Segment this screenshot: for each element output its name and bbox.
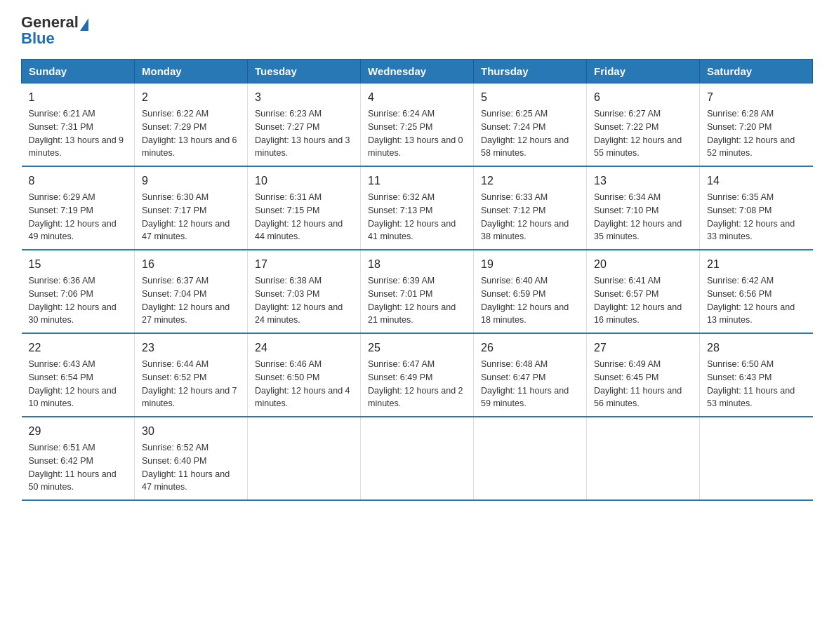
calendar-week-4: 22Sunrise: 6:43 AMSunset: 6:54 PMDayligh…: [22, 333, 813, 417]
day-info: Sunrise: 6:23 AMSunset: 7:27 PMDaylight:…: [255, 109, 350, 158]
header-tuesday: Tuesday: [248, 60, 361, 83]
calendar-cell: 5Sunrise: 6:25 AMSunset: 7:24 PMDaylight…: [474, 83, 587, 167]
calendar-table: SundayMondayTuesdayWednesdayThursdayFrid…: [21, 59, 813, 501]
calendar-cell: 21Sunrise: 6:42 AMSunset: 6:56 PMDayligh…: [700, 250, 813, 333]
day-number: 19: [481, 256, 579, 273]
calendar-cell: 23Sunrise: 6:44 AMSunset: 6:52 PMDayligh…: [135, 333, 248, 417]
calendar-cell: 6Sunrise: 6:27 AMSunset: 7:22 PMDaylight…: [587, 83, 700, 167]
calendar-cell: 20Sunrise: 6:41 AMSunset: 6:57 PMDayligh…: [587, 250, 700, 333]
day-number: 9: [142, 173, 240, 189]
day-number: 29: [29, 423, 128, 440]
day-info: Sunrise: 6:32 AMSunset: 7:13 PMDaylight:…: [368, 192, 456, 241]
day-info: Sunrise: 6:42 AMSunset: 6:56 PMDaylight:…: [707, 276, 795, 325]
day-info: Sunrise: 6:43 AMSunset: 6:54 PMDaylight:…: [29, 359, 117, 408]
day-number: 11: [368, 173, 466, 189]
page-header: General Blue: [21, 14, 813, 48]
day-number: 30: [142, 423, 240, 440]
calendar-cell: 28Sunrise: 6:50 AMSunset: 6:43 PMDayligh…: [700, 333, 813, 417]
header-friday: Friday: [587, 60, 700, 83]
calendar-cell: [587, 417, 700, 500]
day-info: Sunrise: 6:25 AMSunset: 7:24 PMDaylight:…: [481, 109, 569, 158]
day-info: Sunrise: 6:44 AMSunset: 6:52 PMDaylight:…: [142, 359, 237, 408]
day-number: 24: [255, 340, 353, 356]
calendar-week-3: 15Sunrise: 6:36 AMSunset: 7:06 PMDayligh…: [22, 250, 813, 333]
logo-wordmark: General: [21, 14, 88, 31]
day-info: Sunrise: 6:22 AMSunset: 7:29 PMDaylight:…: [142, 109, 237, 158]
header-monday: Monday: [135, 60, 248, 83]
calendar-cell: 17Sunrise: 6:38 AMSunset: 7:03 PMDayligh…: [248, 250, 361, 333]
day-info: Sunrise: 6:21 AMSunset: 7:31 PMDaylight:…: [29, 109, 124, 158]
calendar-cell: 4Sunrise: 6:24 AMSunset: 7:25 PMDaylight…: [361, 83, 474, 167]
day-info: Sunrise: 6:49 AMSunset: 6:45 PMDaylight:…: [594, 359, 682, 408]
day-number: 2: [142, 89, 240, 106]
day-number: 26: [481, 340, 579, 356]
day-info: Sunrise: 6:38 AMSunset: 7:03 PMDaylight:…: [255, 276, 343, 325]
calendar-cell: 22Sunrise: 6:43 AMSunset: 6:54 PMDayligh…: [22, 333, 135, 417]
logo-blue: Blue: [21, 29, 55, 47]
day-info: Sunrise: 6:52 AMSunset: 6:40 PMDaylight:…: [142, 443, 230, 492]
day-info: Sunrise: 6:48 AMSunset: 6:47 PMDaylight:…: [481, 359, 569, 408]
day-number: 14: [707, 173, 806, 189]
calendar-cell: [700, 417, 813, 500]
day-number: 28: [707, 340, 806, 356]
calendar-cell: 2Sunrise: 6:22 AMSunset: 7:29 PMDaylight…: [135, 83, 248, 167]
day-number: 7: [707, 89, 806, 106]
day-info: Sunrise: 6:41 AMSunset: 6:57 PMDaylight:…: [594, 276, 682, 325]
day-number: 8: [29, 173, 128, 189]
calendar-cell: 7Sunrise: 6:28 AMSunset: 7:20 PMDaylight…: [700, 83, 813, 167]
calendar-cell: 9Sunrise: 6:30 AMSunset: 7:17 PMDaylight…: [135, 166, 248, 250]
calendar-cell: 1Sunrise: 6:21 AMSunset: 7:31 PMDaylight…: [22, 83, 135, 167]
calendar-cell: [248, 417, 361, 500]
day-number: 1: [29, 89, 128, 106]
day-info: Sunrise: 6:31 AMSunset: 7:15 PMDaylight:…: [255, 192, 343, 241]
calendar-cell: 27Sunrise: 6:49 AMSunset: 6:45 PMDayligh…: [587, 333, 700, 417]
day-number: 18: [368, 256, 466, 273]
day-info: Sunrise: 6:30 AMSunset: 7:17 PMDaylight:…: [142, 192, 230, 241]
calendar-cell: 18Sunrise: 6:39 AMSunset: 7:01 PMDayligh…: [361, 250, 474, 333]
day-number: 27: [594, 340, 692, 356]
header-sunday: Sunday: [22, 60, 135, 83]
header-saturday: Saturday: [700, 60, 813, 83]
day-number: 4: [368, 89, 466, 106]
day-number: 25: [368, 340, 466, 356]
day-info: Sunrise: 6:34 AMSunset: 7:10 PMDaylight:…: [594, 192, 682, 241]
day-number: 6: [594, 89, 692, 106]
calendar-cell: 13Sunrise: 6:34 AMSunset: 7:10 PMDayligh…: [587, 166, 700, 250]
calendar-week-2: 8Sunrise: 6:29 AMSunset: 7:19 PMDaylight…: [22, 166, 813, 250]
day-number: 3: [255, 89, 353, 106]
day-number: 21: [707, 256, 806, 273]
day-info: Sunrise: 6:29 AMSunset: 7:19 PMDaylight:…: [29, 192, 117, 241]
calendar-cell: [474, 417, 587, 500]
day-number: 5: [481, 89, 579, 106]
calendar-cell: 16Sunrise: 6:37 AMSunset: 7:04 PMDayligh…: [135, 250, 248, 333]
day-info: Sunrise: 6:47 AMSunset: 6:49 PMDaylight:…: [368, 359, 463, 408]
calendar-cell: 14Sunrise: 6:35 AMSunset: 7:08 PMDayligh…: [700, 166, 813, 250]
calendar-cell: 11Sunrise: 6:32 AMSunset: 7:13 PMDayligh…: [361, 166, 474, 250]
calendar-cell: 24Sunrise: 6:46 AMSunset: 6:50 PMDayligh…: [248, 333, 361, 417]
header-wednesday: Wednesday: [361, 60, 474, 83]
calendar-cell: 15Sunrise: 6:36 AMSunset: 7:06 PMDayligh…: [22, 250, 135, 333]
calendar-cell: 26Sunrise: 6:48 AMSunset: 6:47 PMDayligh…: [474, 333, 587, 417]
day-info: Sunrise: 6:24 AMSunset: 7:25 PMDaylight:…: [368, 109, 463, 158]
day-number: 10: [255, 173, 353, 189]
day-number: 23: [142, 340, 240, 356]
day-number: 20: [594, 256, 692, 273]
day-info: Sunrise: 6:35 AMSunset: 7:08 PMDaylight:…: [707, 192, 795, 241]
day-number: 17: [255, 256, 353, 273]
day-number: 12: [481, 173, 579, 189]
calendar-week-5: 29Sunrise: 6:51 AMSunset: 6:42 PMDayligh…: [22, 417, 813, 500]
calendar-cell: 29Sunrise: 6:51 AMSunset: 6:42 PMDayligh…: [22, 417, 135, 500]
day-info: Sunrise: 6:37 AMSunset: 7:04 PMDaylight:…: [142, 276, 230, 325]
day-info: Sunrise: 6:40 AMSunset: 6:59 PMDaylight:…: [481, 276, 569, 325]
day-info: Sunrise: 6:27 AMSunset: 7:22 PMDaylight:…: [594, 109, 682, 158]
day-info: Sunrise: 6:28 AMSunset: 7:20 PMDaylight:…: [707, 109, 795, 158]
calendar-cell: 30Sunrise: 6:52 AMSunset: 6:40 PMDayligh…: [135, 417, 248, 500]
calendar-cell: [361, 417, 474, 500]
day-number: 16: [142, 256, 240, 273]
calendar-header-row: SundayMondayTuesdayWednesdayThursdayFrid…: [22, 60, 813, 83]
calendar-cell: 19Sunrise: 6:40 AMSunset: 6:59 PMDayligh…: [474, 250, 587, 333]
calendar-cell: 12Sunrise: 6:33 AMSunset: 7:12 PMDayligh…: [474, 166, 587, 250]
day-info: Sunrise: 6:46 AMSunset: 6:50 PMDaylight:…: [255, 359, 350, 408]
day-info: Sunrise: 6:51 AMSunset: 6:42 PMDaylight:…: [29, 443, 117, 492]
calendar-cell: 25Sunrise: 6:47 AMSunset: 6:49 PMDayligh…: [361, 333, 474, 417]
